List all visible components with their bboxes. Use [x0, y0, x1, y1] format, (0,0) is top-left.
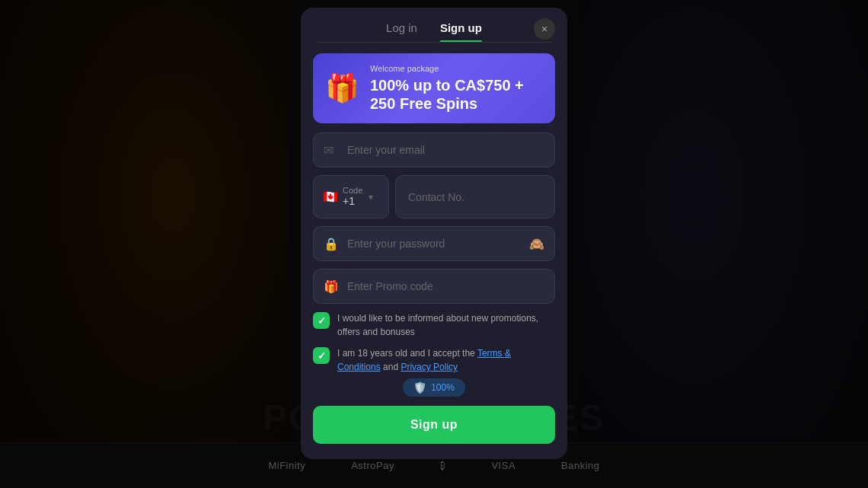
welcome-text-block: Welcome package 100% up to CA$750 + 250 … — [370, 64, 543, 113]
phone-input[interactable] — [395, 175, 555, 218]
terms-checkbox[interactable]: ✓ — [313, 347, 330, 364]
country-selector[interactable]: 🇨🇦 Code +1 ▾ — [313, 175, 389, 218]
privacy-link[interactable]: Privacy Policy — [400, 362, 458, 372]
promo-field-wrapper: 🎁 — [313, 269, 555, 304]
gift-icon: 🎁 — [325, 72, 359, 104]
lock-icon: 🔒 — [324, 237, 339, 251]
tab-signup[interactable]: Sign up — [440, 21, 482, 42]
email-icon: ✉ — [324, 143, 333, 158]
promotions-label: I would like to be informed about new pr… — [337, 311, 555, 339]
email-field-wrapper: ✉ — [313, 132, 555, 167]
promotions-checkbox[interactable]: ✓ — [313, 312, 330, 329]
form-section: ✉ 🇨🇦 Code +1 ▾ 🔒 🙈 — [301, 132, 567, 304]
checkmark-icon-2: ✓ — [318, 350, 326, 362]
checkbox-section: ✓ I would like to be informed about new … — [301, 311, 567, 374]
signup-modal: Log in Sign up × 🎁 Welcome package 100% … — [301, 8, 567, 459]
checkmark-icon: ✓ — [318, 315, 326, 327]
country-code-value: +1 — [343, 195, 362, 207]
modal-tabs: Log in Sign up × — [301, 8, 567, 42]
welcome-banner: 🎁 Welcome package 100% up to CA$750 + 25… — [313, 53, 555, 123]
strength-pill: 🛡️ 100% — [403, 378, 465, 397]
strength-label: 100% — [431, 382, 455, 393]
tab-divider — [316, 42, 552, 43]
country-flag: 🇨🇦 — [323, 190, 338, 204]
close-button[interactable]: × — [534, 18, 555, 40]
welcome-label: Welcome package — [370, 64, 543, 73]
terms-checkbox-row: ✓ I am 18 years old and I accept the Ter… — [313, 346, 555, 374]
promotions-checkbox-row: ✓ I would like to be informed about new … — [313, 311, 555, 339]
shield-icon: 🛡️ — [413, 381, 426, 394]
password-field-wrapper: 🔒 🙈 — [313, 226, 555, 261]
password-input[interactable] — [313, 226, 555, 261]
strength-badge: 🛡️ 100% — [313, 378, 555, 397]
gift-promo-icon: 🎁 — [324, 279, 339, 294]
chevron-down-icon: ▾ — [369, 192, 373, 203]
signup-button[interactable]: Sign up — [313, 406, 555, 444]
eye-slash-icon[interactable]: 🙈 — [529, 237, 544, 251]
terms-label: I am 18 years old and I accept the Terms… — [337, 346, 555, 374]
tab-login[interactable]: Log in — [386, 21, 417, 42]
country-code-label: Code — [343, 187, 362, 195]
modal-overlay: Log in Sign up × 🎁 Welcome package 100% … — [0, 0, 868, 488]
email-input[interactable] — [313, 132, 555, 167]
welcome-offer: 100% up to CA$750 + 250 Free Spins — [370, 76, 543, 113]
promo-input[interactable] — [313, 269, 555, 304]
phone-row: 🇨🇦 Code +1 ▾ — [313, 175, 555, 218]
